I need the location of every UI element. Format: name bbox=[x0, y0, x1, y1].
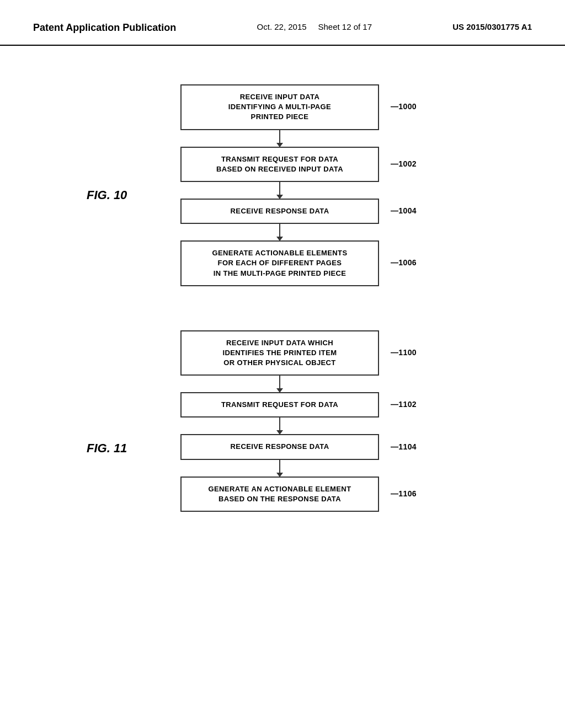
arrow-1102-1104 bbox=[279, 417, 280, 434]
step-1006-ref: —1006 bbox=[391, 258, 417, 269]
step-1002-ref: —1002 bbox=[391, 159, 417, 170]
step-1106-ref: —1106 bbox=[391, 489, 417, 500]
step-1006-text: GENERATE ACTIONABLE ELEMENTSFOR EACH OF … bbox=[212, 249, 348, 277]
figure-11-wrapper: FIG. 11 RECEIVE INPUT DATA WHICHIDENTIFI… bbox=[76, 330, 489, 512]
page: Patent Application Publication Oct. 22, … bbox=[0, 0, 565, 728]
figure-10-container: FIG. 10 RECEIVE INPUT DATAIDENTIFYING A … bbox=[33, 84, 532, 286]
figure-11-label: FIG. 11 bbox=[87, 441, 127, 456]
arrow-1000-1002 bbox=[279, 130, 280, 147]
arrow-1104-1106 bbox=[279, 460, 280, 477]
step-1102: TRANSMIT REQUEST FOR DATA —1102 bbox=[180, 392, 379, 417]
step-1100-ref: —1100 bbox=[391, 347, 417, 358]
step-1100-text: RECEIVE INPUT DATA WHICHIDENTIFIES THE P… bbox=[223, 339, 337, 367]
step-1004: RECEIVE RESPONSE DATA —1004 bbox=[180, 199, 379, 224]
figure-10-label: FIG. 10 bbox=[87, 188, 127, 202]
step-1102-ref: —1102 bbox=[391, 400, 417, 411]
step-1000: RECEIVE INPUT DATAIDENTIFYING A MULTI-PA… bbox=[180, 84, 379, 130]
figure-10-flow: RECEIVE INPUT DATAIDENTIFYING A MULTI-PA… bbox=[164, 84, 396, 286]
step-1004-text: RECEIVE RESPONSE DATA bbox=[231, 207, 329, 215]
page-header: Patent Application Publication Oct. 22, … bbox=[0, 0, 565, 46]
figure-11-flow: RECEIVE INPUT DATA WHICHIDENTIFIES THE P… bbox=[164, 330, 396, 512]
step-1104: RECEIVE RESPONSE DATA —1104 bbox=[180, 434, 379, 459]
main-content: FIG. 10 RECEIVE INPUT DATAIDENTIFYING A … bbox=[0, 46, 565, 561]
arrow-1100-1102 bbox=[279, 376, 280, 392]
step-1004-ref: —1004 bbox=[391, 206, 417, 217]
step-1002: TRANSMIT REQUEST FOR DATABASED ON RECEIV… bbox=[180, 147, 379, 182]
step-1106-text: GENERATE AN ACTIONABLE ELEMENTBASED ON T… bbox=[209, 485, 351, 503]
step-1102-text: TRANSMIT REQUEST FOR DATA bbox=[221, 400, 338, 409]
sheet-info: Sheet 12 of 17 bbox=[318, 22, 372, 31]
arrow-1002-1004 bbox=[279, 182, 280, 199]
step-1000-ref: —1000 bbox=[391, 101, 417, 113]
step-1106: GENERATE AN ACTIONABLE ELEMENTBASED ON T… bbox=[180, 477, 379, 512]
step-1104-text: RECEIVE RESPONSE DATA bbox=[231, 442, 329, 451]
step-1002-text: TRANSMIT REQUEST FOR DATABASED ON RECEIV… bbox=[216, 155, 343, 173]
step-1100: RECEIVE INPUT DATA WHICHIDENTIFIES THE P… bbox=[180, 330, 379, 376]
arrow-1004-1006 bbox=[279, 224, 280, 240]
publication-title: Patent Application Publication bbox=[33, 22, 176, 34]
figure-10-wrapper: FIG. 10 RECEIVE INPUT DATAIDENTIFYING A … bbox=[76, 84, 489, 286]
publication-date-sheet: Oct. 22, 2015 Sheet 12 of 17 bbox=[257, 22, 372, 31]
step-1000-text: RECEIVE INPUT DATAIDENTIFYING A MULTI-PA… bbox=[228, 93, 331, 121]
step-1104-ref: —1104 bbox=[391, 442, 417, 453]
step-1006: GENERATE ACTIONABLE ELEMENTSFOR EACH OF … bbox=[180, 240, 379, 286]
patent-number: US 2015/0301775 A1 bbox=[452, 22, 532, 31]
publication-date: Oct. 22, 2015 bbox=[257, 22, 307, 31]
figure-11-container: FIG. 11 RECEIVE INPUT DATA WHICHIDENTIFI… bbox=[33, 330, 532, 512]
